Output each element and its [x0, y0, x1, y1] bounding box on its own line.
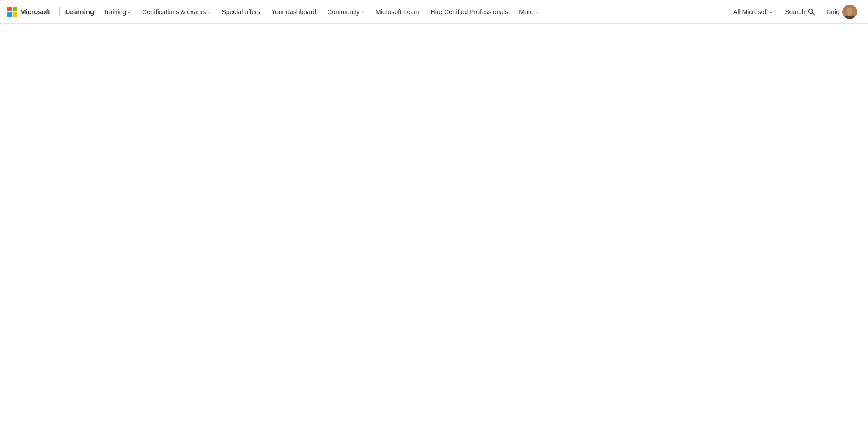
nav-item-community[interactable]: Community ⌄: [322, 0, 370, 24]
search-label: Search: [785, 8, 805, 16]
user-avatar: [842, 5, 857, 19]
nav-item-training[interactable]: Training ⌄: [98, 0, 137, 24]
user-section[interactable]: Tariq: [822, 0, 861, 24]
nav-menu: Training ⌄ Certifications & exams ⌄ Spec…: [98, 0, 729, 24]
certifications-chevron-icon: ⌄: [207, 10, 211, 14]
nav-right: All Microsoft ⌄ Search Tariq: [729, 0, 861, 24]
all-microsoft-label: All Microsoft: [733, 8, 768, 16]
training-chevron-icon: ⌄: [127, 10, 131, 14]
ms-square-yellow: [13, 12, 17, 17]
all-microsoft-chevron-icon: ⌄: [769, 10, 773, 14]
main-nav: Microsoft Learning Training ⌄ Certificat…: [0, 0, 868, 24]
nav-divider: [59, 7, 60, 16]
all-microsoft-button[interactable]: All Microsoft ⌄: [729, 0, 778, 24]
more-label: More: [519, 8, 534, 16]
nav-item-hire-certified[interactable]: Hire Certified Professionals: [425, 0, 514, 24]
avatar-image: [842, 5, 857, 19]
nav-left: Microsoft Learning: [7, 7, 98, 17]
ms-square-green: [13, 7, 17, 11]
microsoft-logo[interactable]: Microsoft: [7, 7, 50, 17]
nav-item-your-dashboard[interactable]: Your dashboard: [266, 0, 322, 24]
certifications-label: Certifications & exams: [142, 8, 206, 16]
avatar-svg: [842, 5, 857, 19]
community-label: Community: [327, 8, 360, 16]
special-offers-label: Special offers: [222, 8, 260, 16]
nav-item-special-offers[interactable]: Special offers: [216, 0, 266, 24]
svg-line-1: [812, 13, 814, 15]
nav-item-certifications[interactable]: Certifications & exams ⌄: [137, 0, 216, 24]
svg-point-5: [847, 8, 852, 13]
learning-brand: Learning: [65, 8, 94, 16]
svg-rect-6: [847, 13, 852, 16]
microsoft-learn-label: Microsoft Learn: [376, 8, 419, 16]
microsoft-text: Microsoft: [20, 8, 50, 16]
community-chevron-icon: ⌄: [361, 10, 365, 14]
your-dashboard-label: Your dashboard: [271, 8, 316, 16]
nav-item-microsoft-learn[interactable]: Microsoft Learn: [370, 0, 425, 24]
more-chevron-icon: ⌄: [535, 10, 539, 14]
nav-item-more[interactable]: More ⌄: [513, 0, 544, 24]
ms-square-blue: [7, 12, 12, 17]
ms-square-red: [7, 7, 12, 11]
hire-certified-label: Hire Certified Professionals: [431, 8, 508, 16]
search-icon: [808, 8, 815, 16]
ms-logo-grid: [7, 7, 17, 17]
user-name: Tariq: [826, 8, 840, 16]
training-label: Training: [103, 8, 126, 16]
main-content: [0, 24, 868, 428]
search-button[interactable]: Search: [779, 0, 820, 24]
